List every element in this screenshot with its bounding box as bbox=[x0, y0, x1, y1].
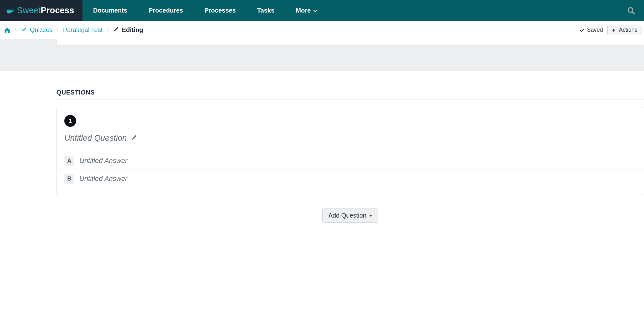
answer-text: Untitled Answer bbox=[79, 175, 127, 183]
nav-tasks[interactable]: Tasks bbox=[246, 0, 285, 21]
add-question-button[interactable]: Add Question bbox=[322, 208, 378, 223]
svg-line-2 bbox=[632, 12, 635, 14]
content: QUESTIONS 1 Untitled Question A Untitled… bbox=[0, 71, 644, 241]
actions-button[interactable]: Actions bbox=[607, 25, 641, 35]
nav-procedures[interactable]: Procedures bbox=[138, 0, 194, 21]
breadcrumb-editing: Editing bbox=[113, 26, 143, 34]
nav-items: Documents Procedures Processes Tasks Mor… bbox=[82, 0, 625, 21]
nav-processes[interactable]: Processes bbox=[194, 0, 246, 21]
breadcrumbs: › Quizzes › Paralegal Test › Editing bbox=[3, 26, 143, 34]
breadcrumb-separator: › bbox=[57, 27, 59, 33]
answer-letter: A bbox=[64, 156, 74, 166]
chevron-down-icon bbox=[313, 8, 317, 13]
brand-cup-icon bbox=[5, 6, 14, 15]
top-nav: SweetProcess Documents Procedures Proces… bbox=[0, 0, 644, 21]
answer-letter: B bbox=[64, 174, 74, 184]
answer-row[interactable]: A Untitled Answer bbox=[57, 152, 644, 170]
questions-heading: QUESTIONS bbox=[56, 89, 644, 100]
answer-row[interactable]: B Untitled Answer bbox=[57, 170, 644, 187]
question-title[interactable]: Untitled Question bbox=[64, 133, 127, 143]
previous-card-remnant bbox=[56, 39, 644, 46]
brand-text: SweetProcess bbox=[17, 6, 74, 15]
svg-point-0 bbox=[7, 8, 12, 10]
breadcrumb-test-name[interactable]: Paralegal Test bbox=[63, 26, 103, 34]
home-icon[interactable] bbox=[4, 27, 11, 34]
breadcrumb-quizzes[interactable]: Quizzes bbox=[21, 26, 52, 34]
question-card: 1 Untitled Question A Untitled Answer bbox=[56, 107, 644, 195]
breadcrumb-separator: › bbox=[107, 27, 108, 33]
edit-question-icon[interactable] bbox=[131, 134, 137, 142]
page-body: QUESTIONS 1 Untitled Question A Untitled… bbox=[0, 39, 644, 241]
saved-status: Saved bbox=[579, 27, 603, 33]
answers-list: A Untitled Answer B Untitled Answer bbox=[57, 152, 644, 187]
search-icon[interactable] bbox=[625, 4, 638, 17]
breadcrumb-bar: › Quizzes › Paralegal Test › Editing Sav… bbox=[0, 21, 644, 39]
nav-right bbox=[625, 0, 644, 21]
bolt-icon bbox=[611, 28, 616, 33]
check-icon bbox=[21, 26, 27, 34]
caret-down-icon bbox=[369, 215, 372, 217]
brand[interactable]: SweetProcess bbox=[0, 0, 82, 21]
question-number-badge: 1 bbox=[64, 115, 76, 127]
answer-text: Untitled Answer bbox=[79, 157, 127, 165]
nav-documents[interactable]: Documents bbox=[82, 0, 138, 21]
nav-more[interactable]: More bbox=[285, 0, 328, 21]
pencil-icon bbox=[113, 26, 119, 34]
breadcrumb-separator: › bbox=[15, 27, 17, 33]
svg-point-1 bbox=[628, 8, 633, 12]
crumb-actions: Saved Actions bbox=[579, 25, 641, 35]
